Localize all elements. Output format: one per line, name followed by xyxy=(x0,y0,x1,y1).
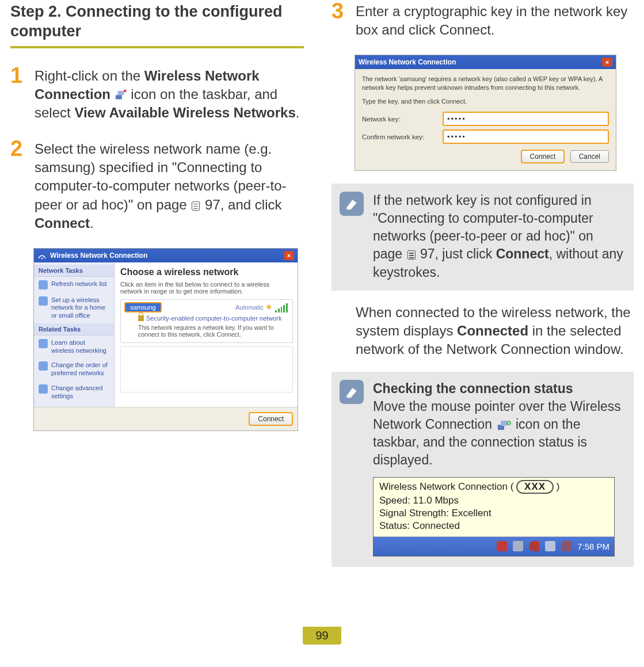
label: Change advanced settings xyxy=(51,384,109,401)
gear-icon xyxy=(39,384,48,394)
sidebar-item-advanced[interactable]: Change advanced settings xyxy=(34,381,114,404)
refresh-icon xyxy=(39,280,48,289)
network-security-line: Security-enabled computer-to-computer ne… xyxy=(138,315,288,322)
note-icon xyxy=(340,192,364,216)
divider-rule xyxy=(10,46,304,48)
bold: Connect xyxy=(496,246,549,261)
step-3: 3 Enter a cryptographic key in the netwo… xyxy=(331,0,634,40)
label: Learn about wireless networking xyxy=(51,339,109,355)
close-icon[interactable]: × xyxy=(602,58,612,67)
network-automatic-label: Automatic ★ xyxy=(235,302,273,311)
empty-list-area xyxy=(120,346,293,392)
step-body: Right-click on the Wireless Network Conn… xyxy=(35,64,304,123)
confirm-key-input[interactable]: ••••• xyxy=(443,129,609,144)
text: . xyxy=(90,215,94,231)
page-ref: 97 xyxy=(205,197,220,212)
step-2: 2 Select the wireless network name (e.g.… xyxy=(10,138,304,233)
page-ref-icon xyxy=(407,250,416,260)
sidebar-item-setup[interactable]: Set up a wireless network for a home or … xyxy=(34,293,114,323)
main-panel: Choose a wireless network Click an item … xyxy=(115,262,298,407)
confirm-key-label: Confirm network key: xyxy=(362,134,437,140)
window-title: Wireless Network Connection xyxy=(359,58,456,66)
wireless-tray-icon xyxy=(497,418,511,429)
text: Right-click on the xyxy=(35,68,144,83)
step-number: 1 xyxy=(10,64,31,86)
text: , and click xyxy=(220,197,282,212)
placeholder-xxx: XXX xyxy=(516,480,554,494)
dialog-button-row: Connect xyxy=(34,407,298,430)
note-title: Checking the connection status xyxy=(373,381,573,396)
panel-heading: Choose a wireless network xyxy=(120,267,293,277)
tray-icon xyxy=(545,541,555,551)
close-icon[interactable]: × xyxy=(284,251,294,260)
section-title: Step 2. Connecting to the configured com… xyxy=(10,2,304,41)
note-body: Checking the connection status Move the … xyxy=(373,380,624,469)
note-box: If the network key is not configured in … xyxy=(331,184,634,290)
window-titlebar: Wireless Network Connection × xyxy=(355,55,616,69)
network-key-input[interactable]: ••••• xyxy=(443,112,609,126)
tooltip-line-name: Wireless Network Connection ( XXX ) xyxy=(379,480,608,495)
svg-rect-6 xyxy=(501,421,507,426)
page-ref: 97 xyxy=(420,246,435,261)
step-number: 2 xyxy=(10,138,31,159)
note-icon xyxy=(340,380,364,404)
tooltip-line-speed: Speed: 11.0 Mbps xyxy=(379,495,608,508)
sidebar: Network Tasks Refresh network list Set u… xyxy=(34,262,115,407)
sidebar-heading: Network Tasks xyxy=(34,265,114,277)
step-1: 1 Right-click on the Wireless Network Co… xyxy=(10,64,304,123)
window-titlebar: Wireless Network Connection × xyxy=(34,249,298,262)
order-icon xyxy=(39,361,48,371)
step-body: Select the wireless network name (e.g. s… xyxy=(35,138,304,233)
label: Refresh network list xyxy=(51,280,107,289)
text: , just click xyxy=(435,246,496,261)
tooltip-line-signal: Signal Strength: Excellent xyxy=(379,508,608,520)
wireless-icon xyxy=(37,251,47,260)
tray-icon xyxy=(561,541,571,551)
connected-paragraph: When connected to the wireless network, … xyxy=(356,303,634,359)
tray-clock: 7:58 PM xyxy=(577,542,609,551)
star-icon: ★ xyxy=(265,302,273,311)
network-list-item[interactable]: samsung Automatic ★ Security-enabled com… xyxy=(120,299,293,343)
page-ref-icon xyxy=(192,201,200,211)
page-number: 99 xyxy=(303,627,341,645)
screenshot-choose-network: Wireless Network Connection × Network Ta… xyxy=(33,248,298,432)
dialog-hint: Type the key, and then click Connect. xyxy=(362,97,609,106)
lock-icon xyxy=(138,315,144,321)
step-body: Enter a cryptographic key in the network… xyxy=(356,0,634,40)
tooltip-line-status: Status: Connected xyxy=(379,520,608,533)
field-row-confirm: Confirm network key: ••••• xyxy=(362,129,609,144)
connect-button[interactable]: Connect xyxy=(521,150,565,163)
network-requirement-text: This network requires a network key. If … xyxy=(138,324,288,338)
note-box-status: Checking the connection status Move the … xyxy=(331,372,634,567)
tray-icon xyxy=(513,541,523,551)
label: Change the order of preferred networks xyxy=(51,361,109,378)
system-tray: 7:58 PM xyxy=(374,536,614,556)
tray-icon xyxy=(529,541,539,551)
bold: View Available Wireless Networks xyxy=(74,105,295,120)
connect-button[interactable]: Connect xyxy=(249,412,293,426)
dialog-button-row: Connect Cancel xyxy=(362,150,609,163)
signal-icon xyxy=(275,303,288,312)
bold: Connect xyxy=(35,215,90,231)
field-row-key: Network key: ••••• xyxy=(362,112,609,126)
svg-point-4 xyxy=(41,257,43,259)
sidebar-item-learn[interactable]: Learn about wireless networking xyxy=(34,336,114,359)
setup-icon xyxy=(39,296,48,306)
network-key-label: Network key: xyxy=(362,116,437,123)
label: Set up a wireless network for a home or … xyxy=(51,296,109,320)
dialog-intro: The network 'samsung' requires a network… xyxy=(362,75,609,92)
sidebar-item-refresh[interactable]: Refresh network list xyxy=(34,277,114,293)
wireless-tray-icon xyxy=(115,86,127,97)
window-title: Wireless Network Connection xyxy=(50,251,147,260)
note-body: If the network key is not configured in … xyxy=(373,192,624,281)
svg-rect-0 xyxy=(116,95,122,99)
info-icon xyxy=(39,339,48,348)
text: . xyxy=(296,105,300,120)
cancel-button[interactable]: Cancel xyxy=(570,150,609,163)
svg-rect-1 xyxy=(117,90,124,94)
screenshot-tooltip: Wireless Network Connection ( XXX ) Spee… xyxy=(373,477,615,557)
network-name-highlight: samsung xyxy=(124,302,162,312)
sidebar-heading: Related Tasks xyxy=(34,323,114,336)
screenshot-key-dialog: Wireless Network Connection × The networ… xyxy=(355,55,616,171)
sidebar-item-order[interactable]: Change the order of preferred networks xyxy=(34,358,114,381)
